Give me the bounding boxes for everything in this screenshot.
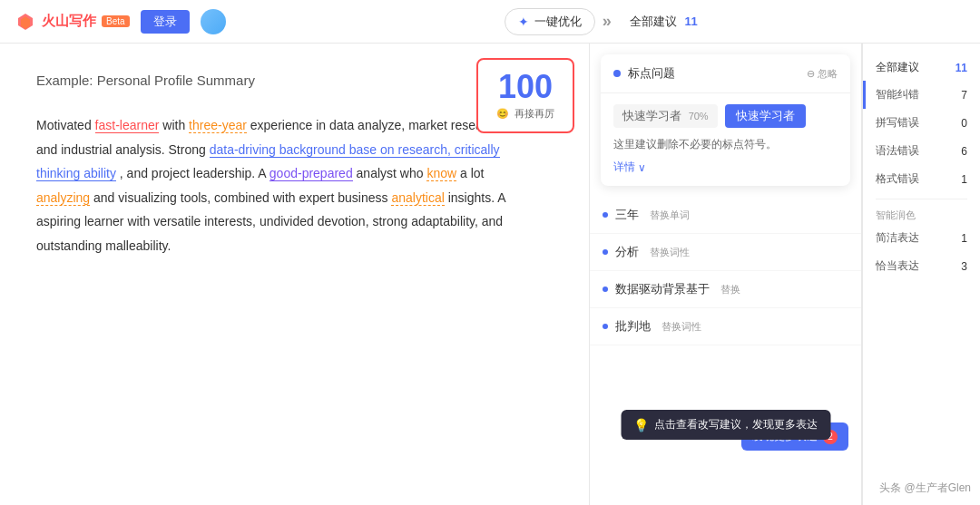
- sugg-item-2[interactable]: 数据驱动背景基于 替换: [590, 271, 861, 308]
- score-box: 100 😊 再接再厉: [476, 58, 574, 133]
- word-original: 快速学习者 70%: [613, 104, 718, 128]
- sugg-dot-icon-1: [603, 249, 608, 255]
- optimize-label: 一键优化: [534, 14, 582, 30]
- sidebar-label-spelling: 拼写错误: [876, 115, 919, 131]
- highlight-analyzing: analyzing: [36, 190, 90, 206]
- sidebar-count-format: 1: [961, 173, 967, 186]
- card-detail[interactable]: 详情 ∨: [613, 160, 838, 175]
- logo-area: 火山写作 Beta: [15, 11, 130, 33]
- watermark: 头条 @生产者Glen: [879, 481, 971, 496]
- highlight-fast-learner: fast-learner: [95, 118, 160, 133]
- smart-polish-label: 智能润色: [863, 205, 980, 224]
- tooltip-banner: 💡 点击查看改写建议，发现更多表达: [621, 410, 830, 440]
- sugg-item-1[interactable]: 分析 替换词性: [590, 234, 861, 271]
- sugg-label-3: 批判地: [615, 318, 651, 335]
- suggestions-label: 全部建议 11: [630, 14, 698, 30]
- doc-title: Example: Personal Profile Summary: [36, 73, 553, 88]
- sidebar-count-concise: 1: [961, 232, 967, 245]
- highlight-analytical: analytical: [391, 190, 444, 206]
- suggestion-card: 标点问题 ⊖ 忽略 快速学习者 70% 快速学习者 这里建议删除不必要的标点符号…: [601, 54, 850, 186]
- all-suggestions-count: 11: [956, 62, 967, 74]
- card-body: 快速学习者 70% 快速学习者 这里建议删除不必要的标点符号。 详情 ∨: [601, 93, 850, 186]
- sidebar-item-concise[interactable]: 简洁表达 1: [863, 224, 980, 252]
- sugg-item-3[interactable]: 批判地 替换词性: [590, 308, 861, 345]
- ignore-button[interactable]: ⊖ 忽略: [807, 67, 838, 81]
- sidebar-label-smart: 智能纠错: [876, 87, 919, 102]
- sugg-dot-icon: [603, 212, 608, 218]
- more-button[interactable]: »: [603, 12, 612, 31]
- main-layout: Example: Personal Profile Summary Motiva…: [0, 44, 980, 505]
- right-sidebar: 全部建议 11 智能纠错 7 拼写错误 0 语法错误 6 格式错误 1 智能润色…: [862, 44, 980, 505]
- logo-icon: [15, 11, 36, 33]
- sidebar-label-appropriate: 恰当表达: [876, 258, 919, 274]
- sugg-label-0: 三年: [615, 207, 639, 223]
- score-label: 再接再厉: [514, 108, 554, 119]
- sugg-label-1: 分析: [615, 244, 639, 260]
- beta-badge: Beta: [102, 15, 130, 27]
- text-analyst: analyst who: [357, 166, 427, 180]
- editor-area: Example: Personal Profile Summary Motiva…: [0, 44, 590, 505]
- sugg-action-1: 替换词性: [650, 246, 690, 259]
- optimize-button[interactable]: ✦ 一键优化: [505, 8, 595, 35]
- all-suggestions-title: 全部建议 11: [863, 54, 980, 81]
- text-alot: a lot: [460, 166, 484, 180]
- sidebar-label-format: 格式错误: [876, 171, 919, 187]
- sugg-item-0[interactable]: 三年 替换单词: [590, 197, 861, 234]
- text-with: with: [162, 118, 189, 132]
- sidebar-label-grammar: 语法错误: [876, 143, 919, 159]
- card-dot-icon: [613, 70, 621, 77]
- sidebar-count-appropriate: 3: [961, 260, 967, 273]
- star-icon: ✦: [518, 15, 529, 29]
- tooltip-bulb-icon: 💡: [633, 418, 649, 432]
- sugg-action-0: 替换单词: [650, 209, 690, 222]
- login-button[interactable]: 登录: [141, 10, 190, 34]
- doc-body: Motivated fast-learner with three-year e…: [36, 113, 508, 258]
- text-motivated: Motivated: [36, 118, 95, 132]
- suggestions-count: 11: [684, 15, 697, 28]
- logo-text: 火山写作: [42, 13, 96, 30]
- sidebar-divider: [876, 199, 967, 199]
- sugg-items-list: 三年 替换单词 分析 替换词性 数据驱动背景基于 替换 批判地 替换词性: [590, 197, 861, 345]
- sugg-action-2: 替换: [720, 283, 740, 296]
- sidebar-count-grammar: 6: [961, 145, 967, 158]
- word-score: 70%: [689, 111, 709, 121]
- avatar[interactable]: [201, 9, 226, 34]
- word-suggested-button[interactable]: 快速学习者: [725, 104, 806, 128]
- text-visualizing: and visualizing tools, combined with exp…: [93, 190, 391, 205]
- score-emoji: 😊: [496, 108, 509, 119]
- sidebar-label-concise: 简洁表达: [876, 230, 919, 246]
- score-number: 100: [496, 71, 554, 103]
- sidebar-item-format[interactable]: 格式错误 1: [863, 165, 980, 193]
- sidebar-count-spelling: 0: [961, 117, 967, 130]
- highlight-know: know: [426, 166, 456, 181]
- tooltip-text: 点击查看改写建议，发现更多表达: [654, 417, 818, 432]
- sidebar-item-appropriate[interactable]: 恰当表达 3: [863, 252, 980, 280]
- card-title: 标点问题: [628, 65, 799, 82]
- sidebar-count-smart: 7: [961, 89, 967, 102]
- word-options: 快速学习者 70% 快速学习者: [613, 104, 838, 128]
- text-and-project: , and project leadership. A: [120, 166, 270, 180]
- sidebar-item-spelling[interactable]: 拼写错误 0: [863, 109, 980, 137]
- score-sub: 😊 再接再厉: [496, 107, 554, 121]
- highlight-good-prepared: good-prepared: [270, 166, 353, 181]
- highlight-three-year: three-year: [189, 118, 247, 133]
- card-header: 标点问题 ⊖ 忽略: [601, 54, 850, 93]
- suggestion-panel: 标点问题 ⊖ 忽略 快速学习者 70% 快速学习者 这里建议删除不必要的标点符号…: [590, 44, 862, 505]
- sidebar-item-smart-correction[interactable]: 智能纠错 7: [863, 81, 980, 109]
- sidebar-item-grammar[interactable]: 语法错误 6: [863, 137, 980, 165]
- sugg-action-3: 替换词性: [662, 320, 701, 334]
- sugg-dot-icon-3: [603, 324, 608, 329]
- topbar: 火山写作 Beta 登录 ✦ 一键优化 » 全部建议 11: [0, 0, 980, 44]
- sugg-label-2: 数据驱动背景基于: [615, 281, 710, 297]
- sugg-dot-icon-2: [603, 286, 608, 292]
- topbar-center: ✦ 一键优化 » 全部建议 11: [237, 8, 965, 35]
- card-desc: 这里建议删除不必要的标点符号。: [613, 137, 838, 152]
